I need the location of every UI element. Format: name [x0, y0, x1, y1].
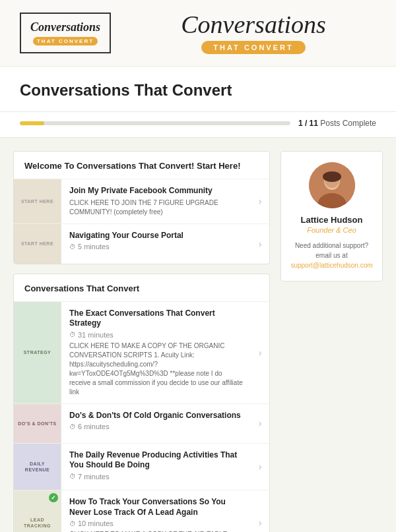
lesson-info: Join My Private Facebook Community CLICK…	[61, 179, 251, 223]
logo-main: Conversations	[30, 20, 100, 35]
clock-icon: ⏱	[69, 423, 76, 430]
progress-label: 1 / 11 Posts Complete	[298, 119, 376, 128]
course-title: Conversations That Convert	[20, 81, 376, 100]
lesson-row[interactable]: START HERE Navigating Your Course Portal…	[14, 224, 269, 264]
lesson-thumb: START HERE	[14, 224, 61, 264]
lesson-info: How To Track Your Conversations So You N…	[61, 490, 251, 532]
lesson-duration: ⏱ 5 minutes	[69, 243, 243, 251]
progress-bar-area: 1 / 11 Posts Complete	[0, 112, 396, 138]
lesson-row[interactable]: DO's & DON'ts Do's & Don'ts Of Cold Orga…	[14, 404, 269, 444]
clock-icon: ⏱	[69, 243, 76, 251]
course-title-bar: Conversations That Convert	[0, 67, 396, 112]
lesson-duration: ⏱ 31 minutes	[69, 331, 243, 339]
sidebar: Lattice Hudson Founder & Ceo Need additi…	[280, 151, 383, 281]
lesson-title: The Daily Revenue Producing Activities T…	[69, 450, 243, 471]
profile-name: Lattice Hudson	[290, 215, 373, 225]
lesson-thumb: LEAD TRACKING	[14, 490, 61, 532]
lesson-arrow: ›	[251, 444, 269, 490]
welcome-section-header: Welcome To Conversations That Convert! S…	[14, 152, 269, 179]
main-layout: Welcome To Conversations That Convert! S…	[0, 138, 396, 532]
logo-sub: THAT CONVERT	[33, 37, 98, 45]
lesson-arrow: ›	[251, 302, 269, 403]
lesson-thumb: DAILY REVENUE	[14, 444, 61, 490]
avatar-image	[309, 162, 355, 208]
lesson-thumb: STRATEGY	[14, 302, 61, 403]
lesson-desc: CLICK HERE TO MAKE A COPY OF THE ORGANIC…	[69, 341, 243, 397]
lesson-info: The Daily Revenue Producing Activities T…	[61, 444, 251, 490]
lesson-row[interactable]: STRATEGY The Exact Conversations That Co…	[14, 302, 269, 404]
clock-icon: ⏱	[69, 520, 76, 527]
header: Conversations THAT CONVERT Conversations…	[0, 0, 396, 67]
header-big-title: Conversations	[131, 12, 376, 37]
logo-box: Conversations THAT CONVERT	[20, 13, 111, 54]
lesson-duration: ⏱ 7 minutes	[69, 473, 243, 481]
conversations-section: Conversations That Convert STRATEGY The …	[13, 274, 270, 532]
profile-role: Founder & Ceo	[290, 226, 373, 234]
header-title-sub: THAT CONVERT	[201, 41, 305, 54]
lesson-duration: ⏱ 6 minutes	[69, 423, 243, 430]
lesson-info: Do's & Don'ts Of Cold Organic Conversati…	[61, 404, 251, 443]
profile-card: Lattice Hudson Founder & Ceo Need additi…	[280, 151, 383, 281]
lesson-row[interactable]: DAILY REVENUE The Daily Revenue Producin…	[14, 444, 269, 490]
progress-fill	[20, 121, 44, 125]
lesson-thumb: DO's & DON'ts	[14, 404, 61, 443]
lesson-row[interactable]: LEAD TRACKING How To Track Your Conversa…	[14, 490, 269, 532]
clock-icon: ⏱	[69, 473, 76, 480]
lesson-title: Join My Private Facebook Community	[69, 186, 243, 196]
avatar	[309, 162, 355, 208]
profile-support: Need additional support? email us at sup…	[290, 241, 373, 270]
lesson-duration: ⏱ 10 minutes	[69, 519, 243, 527]
conversations-section-header: Conversations That Convert	[14, 274, 269, 302]
main-content: Welcome To Conversations That Convert! S…	[13, 151, 270, 532]
lesson-info: The Exact Conversations That Convert Str…	[61, 302, 251, 403]
clock-icon: ⏱	[69, 331, 76, 338]
lesson-thumb: START HERE	[14, 179, 61, 223]
lesson-title: Navigating Your Course Portal	[69, 231, 243, 241]
lesson-desc: CLICK HERE TO JOIN THE 7 FIGURE UPGRADE …	[69, 198, 243, 217]
lesson-title: The Exact Conversations That Convert Str…	[69, 309, 243, 329]
welcome-section: Welcome To Conversations That Convert! S…	[13, 151, 270, 264]
lesson-info: Navigating Your Course Portal ⏱ 5 minute…	[61, 224, 251, 264]
header-title: Conversations THAT CONVERT	[131, 12, 376, 54]
lesson-arrow: ›	[251, 224, 269, 264]
lesson-arrow: ›	[251, 404, 269, 443]
lesson-title: Do's & Don'ts Of Cold Organic Conversati…	[69, 411, 243, 421]
lesson-arrow: ›	[251, 490, 269, 532]
svg-point-4	[323, 171, 341, 182]
lesson-arrow: ›	[251, 179, 269, 223]
support-email-link[interactable]: support@latticehudson.com	[290, 262, 372, 269]
lesson-title: How To Track Your Conversations So You N…	[69, 497, 243, 517]
progress-track	[20, 121, 290, 125]
lesson-row[interactable]: START HERE Join My Private Facebook Comm…	[14, 179, 269, 224]
